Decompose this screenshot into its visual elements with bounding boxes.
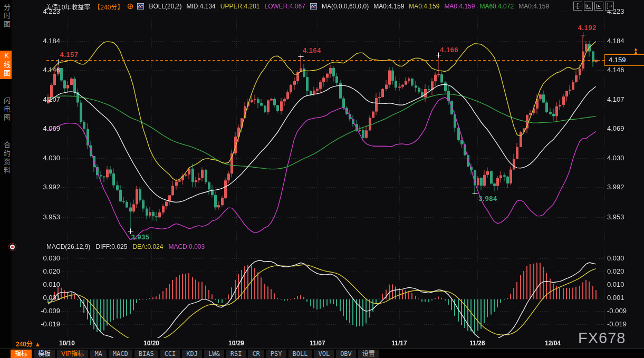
watermark: FX678	[578, 330, 626, 347]
indicator-value: MID:4.134	[186, 3, 215, 10]
toolbar-button-5[interactable]: BIAS	[134, 350, 158, 358]
toolbar-button-3[interactable]: MA	[90, 350, 106, 358]
mini-chart-icon	[310, 3, 317, 9]
macd-header: MACD(26,12,9) DIFF:0.025 DEA:0.024 MACD:…	[46, 243, 205, 250]
macd-dea-value: DEA:0.024	[132, 243, 163, 250]
indicator-value: BOLL(20,2)	[149, 3, 181, 10]
sidebar: 分时图K线图闪电图合约资料	[0, 0, 12, 358]
sidebar-tab-1[interactable]: K线图	[0, 51, 12, 79]
sidebar-tab-3[interactable]: 合约资料	[0, 140, 12, 176]
pan-icon[interactable]	[573, 2, 582, 11]
toolbar-button-7[interactable]: KDJ	[182, 350, 202, 358]
toolbar-button-4[interactable]: MACD	[109, 350, 132, 358]
timeframe-selector[interactable]: 240分 ▲	[16, 339, 41, 348]
indicator-value: MA60:4.072	[479, 3, 514, 10]
live-dot-icon	[8, 243, 16, 251]
toolbar-button-6[interactable]: CCI	[160, 350, 180, 358]
macd-diff-value: DIFF:0.025	[95, 243, 127, 250]
toolbar-button-1[interactable]: 模板	[34, 350, 55, 358]
page-title: 美债10年收益率	[45, 2, 90, 11]
toolbar-button-8[interactable]: LW&	[204, 350, 224, 358]
chart-header: 美债10年收益率 【240分】 BOLL(20,2)MID:4.134UPPER…	[45, 2, 549, 11]
indicator-value: UPPER:4.201	[220, 3, 260, 10]
indicator-toolbar: 指标模板VIP指标MAMACDBIASCCIKDJLW&RSICRPSYBOLL…	[0, 349, 644, 358]
indicator-values: BOLL(20,2)MID:4.134UPPER:4.201LOWER:4.06…	[137, 3, 549, 10]
sidebar-tab-2[interactable]: 闪电图	[0, 96, 12, 123]
trading-app-window: 分时图K线图闪电图合约资料 美债10年收益率 【240分】 BOLL(20,2)…	[0, 0, 644, 358]
toolbar-button-9[interactable]: RSI	[226, 350, 246, 358]
toolbar-button-14[interactable]: OBV	[336, 350, 356, 358]
indicator-value: MA0:4.159	[518, 3, 549, 10]
toolbar-button-12[interactable]: BOLL	[289, 350, 312, 358]
playback-zoom-icon[interactable]	[594, 2, 603, 11]
macd-macd-value: MACD:0.003	[168, 243, 205, 250]
current-price-badge: 4.159	[604, 54, 644, 66]
toolbar-button-10[interactable]: CR	[248, 350, 264, 358]
indicator-value: MA0:4.159	[409, 3, 439, 10]
indicator-value: MA(0,0,0,60,0,0)	[322, 3, 369, 10]
crosshair-circle-icon[interactable]	[127, 3, 133, 9]
shift-right-icon[interactable]	[605, 2, 614, 11]
chevron-up-icon: ▲	[34, 341, 41, 348]
window-controls	[573, 2, 614, 11]
indicator-value: MA0:4.159	[373, 3, 404, 10]
price-up-marker-icon: ▲▲	[633, 47, 638, 54]
mini-chart-icon	[137, 3, 144, 9]
axis-range-icon[interactable]	[584, 2, 593, 11]
sidebar-tab-0[interactable]: 分时图	[0, 3, 12, 30]
toolbar-button-11[interactable]: PSY	[266, 350, 286, 358]
period-badge[interactable]: 【240分】	[94, 2, 123, 11]
chart-canvas[interactable]	[0, 0, 644, 349]
toolbar-button-15[interactable]: 设置	[358, 350, 379, 358]
indicator-value: LOWER:4.067	[265, 3, 305, 10]
toolbar-button-0[interactable]: 指标	[11, 350, 32, 358]
indicator-value: MA0:4.159	[444, 3, 475, 10]
macd-params: MACD(26,12,9)	[46, 243, 90, 250]
toolbar-button-2[interactable]: VIP指标	[57, 350, 88, 358]
toolbar-button-13[interactable]: VOL	[314, 350, 334, 358]
